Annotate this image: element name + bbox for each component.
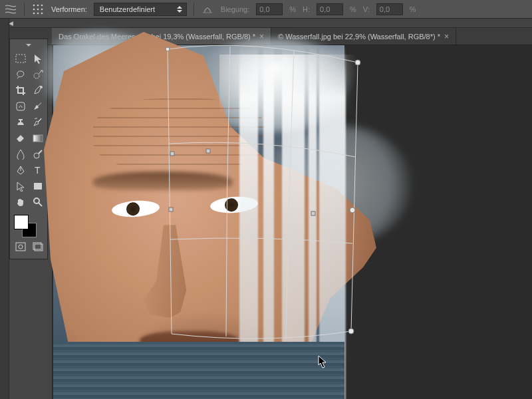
orientation-icon [201, 3, 214, 16]
grid-toggle-icon[interactable] [31, 3, 45, 16]
document-canvas[interactable] [53, 45, 344, 399]
svg-rect-14 [33, 135, 43, 142]
svg-point-8 [41, 12, 43, 14]
h-input: 0,0 [317, 3, 343, 15]
svg-point-15 [34, 153, 39, 158]
percent-label: % [350, 5, 356, 13]
quick-mask-icon[interactable] [14, 240, 27, 253]
divider [24, 3, 25, 16]
type-tool-icon[interactable]: T [30, 163, 46, 178]
percent-label: % [410, 5, 416, 13]
svg-point-19 [34, 198, 39, 203]
divider [194, 3, 194, 16]
canvas-image-content [93, 98, 266, 172]
svg-text:T: T [35, 166, 41, 175]
svg-point-3 [33, 8, 35, 10]
v-input: 0,0 [376, 3, 403, 15]
svg-line-16 [39, 150, 42, 154]
rect-marquee-tool-icon[interactable] [13, 51, 29, 66]
svg-point-27 [348, 329, 354, 334]
hand-tool-icon[interactable] [13, 195, 29, 209]
warp-style-dropdown[interactable]: Benutzerdefiniert [94, 3, 187, 16]
warp-style-value: Benutzerdefiniert [100, 5, 155, 13]
close-icon[interactable]: × [444, 32, 449, 41]
color-swatches[interactable] [13, 213, 45, 237]
svg-rect-10 [16, 55, 25, 63]
crop-tool-icon[interactable] [13, 83, 29, 98]
svg-point-2 [41, 4, 43, 6]
percent-label: % [289, 5, 296, 13]
clone-stamp-tool-icon[interactable] [13, 115, 29, 130]
svg-line-20 [39, 203, 42, 206]
svg-point-4 [37, 8, 39, 10]
svg-point-0 [33, 4, 35, 6]
bend-label: Biegung: [221, 5, 249, 13]
left-dock [0, 19, 9, 399]
svg-point-25 [355, 60, 360, 65]
eraser-tool-icon[interactable] [13, 131, 29, 146]
cursor-icon [318, 355, 327, 368]
svg-point-5 [41, 8, 43, 10]
panel-collapse-bar[interactable]: ◀◀ [0, 19, 532, 28]
options-bar: Verformen: Benutzerdefiniert Biegung: 0,… [0, 0, 532, 19]
workspace [52, 45, 532, 399]
svg-rect-21 [16, 243, 25, 251]
dodge-tool-icon[interactable] [30, 147, 46, 162]
transform-label: Verformen: [51, 5, 87, 13]
canvas-image-content [53, 342, 344, 399]
gradient-tool-icon[interactable] [30, 131, 46, 146]
path-select-tool-icon[interactable] [13, 179, 29, 194]
screen-mode-icon[interactable] [31, 240, 45, 253]
svg-point-1 [37, 4, 39, 6]
canvas-image-content [93, 172, 233, 190]
lasso-tool-icon[interactable] [13, 67, 29, 82]
history-brush-tool-icon[interactable] [30, 115, 46, 130]
svg-point-7 [37, 12, 39, 14]
v-label: V: [363, 5, 370, 13]
rectangle-shape-tool-icon[interactable] [30, 179, 46, 194]
tab-label: © Wasserfall.jpg bei 22,9% (Wasserfall, … [278, 33, 440, 41]
pen-tool-icon[interactable] [13, 163, 29, 178]
svg-point-6 [33, 12, 35, 14]
toolbox-collapse[interactable] [13, 42, 45, 49]
warp-mode-icon[interactable] [4, 3, 17, 16]
svg-rect-13 [17, 102, 25, 110]
foreground-color-swatch[interactable] [14, 215, 29, 229]
healing-brush-tool-icon[interactable] [13, 99, 29, 114]
zoom-tool-icon[interactable] [30, 195, 46, 209]
blur-tool-icon[interactable] [13, 147, 29, 162]
brush-tool-icon[interactable] [30, 99, 46, 114]
svg-rect-18 [34, 183, 42, 190]
h-label: H: [303, 5, 310, 13]
bend-input: 0,0 [256, 3, 283, 15]
svg-point-22 [19, 245, 23, 249]
